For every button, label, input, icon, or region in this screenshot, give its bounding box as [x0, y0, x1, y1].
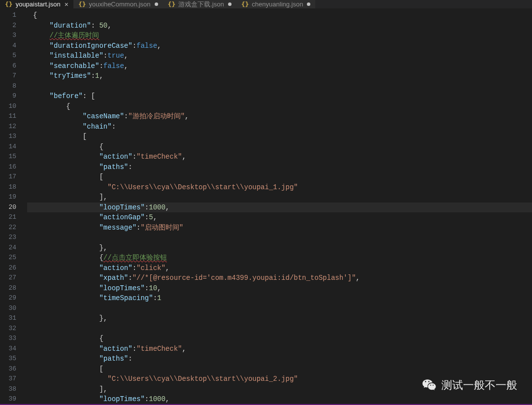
key-actiongap: "actionGap" — [99, 213, 144, 221]
line-number: 37 — [0, 374, 27, 384]
line-number: 15 — [0, 152, 27, 162]
key-timespacing: "timeSpacing" — [99, 294, 153, 302]
key-looptimes: "loopTimes" — [99, 203, 144, 211]
key-xpath: "xpath" — [99, 274, 128, 282]
line-number: 3 — [0, 31, 27, 41]
key-chain: "chain" — [83, 123, 112, 131]
line-number: 19 — [0, 192, 27, 202]
line-number: 36 — [0, 364, 27, 374]
line-number: 28 — [0, 283, 27, 294]
line-number: 14 — [0, 142, 27, 152]
val-path: "C:\\Users\\cya\\Desktop\\start\\youpai_… — [107, 375, 298, 383]
key-casename: "caseName" — [83, 112, 124, 120]
tab-youxihe-download[interactable]: {} 游戏盒下载.json — [163, 0, 236, 8]
line-number: 20 — [0, 202, 27, 213]
line-number: 35 — [0, 354, 27, 364]
line-number: 27 — [0, 273, 27, 283]
tab-youxihecommon[interactable]: {} youxiheCommon.json — [73, 0, 163, 8]
tab-bar: {} youpaistart.json × {} youxiheCommon.j… — [0, 0, 532, 8]
key-action: "action" — [99, 264, 132, 272]
val: "启动图时间" — [140, 224, 183, 232]
line-number: 16 — [0, 162, 27, 172]
line-number: 7 — [0, 71, 27, 81]
val: 10 — [149, 284, 157, 292]
key-looptimes: "loopTimes" — [99, 395, 144, 403]
line-number: 25 — [0, 253, 27, 263]
tab-label: youxiheCommon.json — [89, 0, 151, 8]
line-number: 32 — [0, 324, 27, 334]
line-number: 21 — [0, 212, 27, 223]
val: 1000 — [149, 203, 166, 211]
val: "timeCheck" — [136, 153, 182, 161]
val: 1000 — [149, 395, 166, 403]
val: "timeCheck" — [136, 345, 182, 353]
line-number: 17 — [0, 172, 27, 182]
tab-youpaistart[interactable]: {} youpaistart.json × — [0, 0, 73, 8]
json-icon: {} — [78, 0, 86, 8]
code-area[interactable]: { "duration": 50, //主体遍历时间 "durationIgno… — [27, 8, 532, 405]
json-icon: {} — [168, 0, 176, 8]
brace: { — [66, 102, 70, 110]
comment: //主体遍历时间 — [50, 32, 100, 39]
key-action: "action" — [99, 345, 132, 353]
line-number: 29 — [0, 293, 27, 304]
dirty-indicator-icon — [307, 2, 310, 6]
line-number: 26 — [0, 263, 27, 273]
dirty-indicator-icon — [228, 2, 232, 6]
val: false — [103, 62, 124, 70]
line-number: 23 — [0, 233, 27, 243]
watermark: 测试一般不一般 — [422, 378, 517, 393]
val: 1 — [157, 294, 161, 302]
key-looptimes: "loopTimes" — [99, 284, 144, 292]
line-number: 31 — [0, 313, 27, 324]
json-icon: {} — [241, 0, 249, 8]
editor[interactable]: 1234567891011121314151617181920212223242… — [0, 8, 532, 405]
line-number-gutter: 1234567891011121314151617181920212223242… — [0, 8, 27, 405]
key-paths: "paths" — [99, 355, 128, 363]
watermark-text: 测试一般不一般 — [441, 378, 517, 393]
line-number: 13 — [0, 132, 27, 142]
val-path: "C:\\Users\\cya\\Desktop\\start\\youpai_… — [107, 183, 298, 191]
key-duration: "duration" — [50, 22, 91, 30]
tab-label: chenyuanling.json — [252, 0, 303, 8]
line-number: 1 — [0, 10, 27, 21]
key-paths: "paths" — [99, 163, 128, 171]
wechat-icon — [422, 378, 436, 393]
val: "游拍冷启动时间" — [128, 112, 185, 120]
tab-label: youpaistart.json — [16, 0, 61, 8]
line-number: 2 — [0, 21, 27, 31]
val-duration: 50 — [99, 22, 107, 30]
line-number: 6 — [0, 61, 27, 71]
line-number: 12 — [0, 122, 27, 132]
line-number: 8 — [0, 81, 27, 92]
key-durationignorecase: "durationIgnoreCase" — [50, 42, 133, 50]
key-before: "before" — [50, 92, 83, 100]
line-number: 18 — [0, 182, 27, 193]
dirty-indicator-icon — [155, 2, 158, 6]
line-number: 34 — [0, 344, 27, 354]
key-searchable: "searchable" — [50, 62, 100, 70]
json-icon: {} — [5, 0, 13, 8]
val: true — [107, 52, 124, 60]
key-trytimes: "tryTimes" — [50, 72, 91, 80]
val: "//*[@resource-id='com.m4399.youpai:id/b… — [133, 274, 356, 282]
brace: { — [33, 11, 37, 19]
line-number: 33 — [0, 334, 27, 344]
tab-label: 游戏盒下载.json — [178, 0, 224, 9]
line-number: 5 — [0, 51, 27, 61]
key-installable: "installable" — [50, 52, 103, 60]
tab-chenyuanling[interactable]: {} chenyuanling.json — [236, 0, 316, 8]
line-number: 10 — [0, 101, 27, 112]
val: 5 — [149, 213, 153, 221]
comment: //点击立即体验按钮 — [103, 254, 167, 262]
key-action: "action" — [99, 153, 132, 161]
line-number: 4 — [0, 41, 27, 51]
val: "click" — [136, 264, 166, 272]
line-number: 11 — [0, 111, 27, 122]
line-number: 38 — [0, 384, 27, 395]
line-number: 24 — [0, 243, 27, 253]
key-message: "message" — [99, 224, 136, 232]
line-number: 30 — [0, 304, 27, 314]
val: false — [136, 42, 157, 50]
close-icon[interactable]: × — [65, 1, 68, 8]
